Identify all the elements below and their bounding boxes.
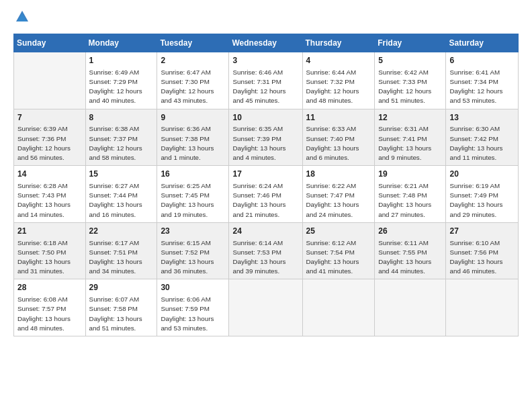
day-number: 8 — [89, 112, 154, 124]
day-info: Sunrise: 6:08 AMSunset: 7:57 PMDaylight:… — [17, 295, 82, 333]
day-info: Sunrise: 6:31 AMSunset: 7:41 PMDaylight:… — [378, 124, 442, 163]
day-info: Sunrise: 6:27 AMSunset: 7:44 PMDaylight:… — [89, 181, 154, 220]
calendar-cell: 13Sunrise: 6:30 AMSunset: 7:42 PMDayligh… — [446, 109, 519, 166]
calendar-cell: 22Sunrise: 6:17 AMSunset: 7:51 PMDayligh… — [85, 222, 157, 279]
calendar-cell: 10Sunrise: 6:35 AMSunset: 7:39 PMDayligh… — [229, 109, 302, 166]
header-day-saturday: Saturday — [446, 34, 519, 52]
calendar-header-row: SundayMondayTuesdayWednesdayThursdayFrid… — [14, 34, 519, 52]
calendar-cell: 26Sunrise: 6:11 AMSunset: 7:55 PMDayligh… — [375, 222, 446, 279]
header-day-thursday: Thursday — [302, 34, 375, 52]
calendar-cell: 28Sunrise: 6:08 AMSunset: 7:57 PMDayligh… — [14, 279, 86, 336]
day-number: 17 — [232, 169, 298, 180]
day-number: 1 — [89, 55, 154, 66]
day-number: 10 — [232, 112, 298, 124]
calendar-week-row: 1Sunrise: 6:49 AMSunset: 7:29 PMDaylight… — [14, 52, 519, 109]
day-info: Sunrise: 6:21 AMSunset: 7:48 PMDaylight:… — [378, 181, 442, 220]
day-number: 14 — [17, 169, 82, 180]
calendar-cell: 29Sunrise: 6:07 AMSunset: 7:58 PMDayligh… — [85, 279, 157, 336]
calendar-cell: 25Sunrise: 6:12 AMSunset: 7:54 PMDayligh… — [302, 222, 375, 279]
calendar-cell — [229, 279, 302, 336]
calendar-cell: 30Sunrise: 6:06 AMSunset: 7:59 PMDayligh… — [157, 279, 229, 336]
day-info: Sunrise: 6:36 AMSunset: 7:38 PMDaylight:… — [161, 124, 225, 163]
calendar-cell: 14Sunrise: 6:28 AMSunset: 7:43 PMDayligh… — [14, 166, 86, 223]
day-number: 25 — [306, 226, 371, 237]
day-number: 20 — [449, 169, 515, 180]
calendar-cell: 27Sunrise: 6:10 AMSunset: 7:56 PMDayligh… — [446, 222, 519, 279]
day-number: 19 — [378, 169, 442, 180]
calendar-cell — [302, 279, 375, 336]
calendar-cell — [446, 279, 519, 336]
day-info: Sunrise: 6:24 AMSunset: 7:46 PMDaylight:… — [232, 181, 298, 220]
day-number: 28 — [17, 282, 82, 293]
day-info: Sunrise: 6:44 AMSunset: 7:32 PMDaylight:… — [306, 68, 371, 106]
day-number: 5 — [378, 55, 442, 66]
day-info: Sunrise: 6:07 AMSunset: 7:58 PMDaylight:… — [89, 295, 154, 333]
day-number: 29 — [89, 282, 154, 293]
day-number: 2 — [161, 55, 225, 66]
calendar-cell: 7Sunrise: 6:39 AMSunset: 7:36 PMDaylight… — [14, 109, 86, 166]
day-number: 26 — [378, 226, 442, 237]
calendar-cell: 2Sunrise: 6:47 AMSunset: 7:30 PMDaylight… — [157, 52, 229, 109]
day-number: 15 — [89, 169, 154, 180]
header-day-tuesday: Tuesday — [157, 34, 229, 52]
day-info: Sunrise: 6:35 AMSunset: 7:39 PMDaylight:… — [232, 124, 298, 163]
calendar-week-row: 21Sunrise: 6:18 AMSunset: 7:50 PMDayligh… — [14, 222, 519, 279]
calendar-cell: 1Sunrise: 6:49 AMSunset: 7:29 PMDaylight… — [85, 52, 157, 109]
calendar-week-row: 7Sunrise: 6:39 AMSunset: 7:36 PMDaylight… — [14, 109, 519, 166]
calendar-cell: 23Sunrise: 6:15 AMSunset: 7:52 PMDayligh… — [157, 222, 229, 279]
day-info: Sunrise: 6:22 AMSunset: 7:47 PMDaylight:… — [306, 181, 371, 220]
day-number: 13 — [449, 112, 515, 124]
calendar-cell: 5Sunrise: 6:42 AMSunset: 7:33 PMDaylight… — [375, 52, 446, 109]
page: SundayMondayTuesdayWednesdayThursdayFrid… — [0, 0, 532, 411]
calendar-cell: 6Sunrise: 6:41 AMSunset: 7:34 PMDaylight… — [446, 52, 519, 109]
calendar-cell: 21Sunrise: 6:18 AMSunset: 7:50 PMDayligh… — [14, 222, 86, 279]
day-info: Sunrise: 6:33 AMSunset: 7:40 PMDaylight:… — [306, 124, 371, 163]
day-info: Sunrise: 6:41 AMSunset: 7:34 PMDaylight:… — [449, 68, 515, 106]
day-number: 11 — [306, 112, 371, 124]
day-info: Sunrise: 6:06 AMSunset: 7:59 PMDaylight:… — [161, 295, 225, 333]
calendar-cell: 24Sunrise: 6:14 AMSunset: 7:53 PMDayligh… — [229, 222, 302, 279]
calendar-table: SundayMondayTuesdayWednesdayThursdayFrid… — [13, 34, 519, 336]
calendar-week-row: 28Sunrise: 6:08 AMSunset: 7:57 PMDayligh… — [14, 279, 519, 336]
day-info: Sunrise: 6:12 AMSunset: 7:54 PMDaylight:… — [306, 238, 371, 277]
day-info: Sunrise: 6:47 AMSunset: 7:30 PMDaylight:… — [161, 68, 225, 106]
day-info: Sunrise: 6:18 AMSunset: 7:50 PMDaylight:… — [17, 238, 82, 277]
header-day-friday: Friday — [375, 34, 446, 52]
day-number: 21 — [17, 226, 82, 237]
header-day-wednesday: Wednesday — [229, 34, 302, 52]
day-info: Sunrise: 6:19 AMSunset: 7:49 PMDaylight:… — [449, 181, 515, 220]
calendar-cell: 8Sunrise: 6:38 AMSunset: 7:37 PMDaylight… — [85, 109, 157, 166]
day-number: 16 — [161, 169, 225, 180]
calendar-cell: 11Sunrise: 6:33 AMSunset: 7:40 PMDayligh… — [302, 109, 375, 166]
day-info: Sunrise: 6:49 AMSunset: 7:29 PMDaylight:… — [89, 68, 154, 106]
day-info: Sunrise: 6:25 AMSunset: 7:45 PMDaylight:… — [161, 181, 225, 220]
calendar-cell: 19Sunrise: 6:21 AMSunset: 7:48 PMDayligh… — [375, 166, 446, 223]
calendar-week-row: 14Sunrise: 6:28 AMSunset: 7:43 PMDayligh… — [14, 166, 519, 223]
calendar-cell — [14, 52, 86, 109]
calendar-cell: 9Sunrise: 6:36 AMSunset: 7:38 PMDaylight… — [157, 109, 229, 166]
header-day-sunday: Sunday — [14, 34, 86, 52]
day-number: 22 — [89, 226, 154, 237]
day-info: Sunrise: 6:15 AMSunset: 7:52 PMDaylight:… — [161, 238, 225, 277]
day-number: 7 — [17, 112, 82, 124]
calendar-cell: 3Sunrise: 6:46 AMSunset: 7:31 PMDaylight… — [229, 52, 302, 109]
day-number: 24 — [232, 226, 298, 237]
day-info: Sunrise: 6:42 AMSunset: 7:33 PMDaylight:… — [378, 68, 442, 106]
header — [13, 11, 519, 27]
header-day-monday: Monday — [85, 34, 157, 52]
calendar-cell — [375, 279, 446, 336]
calendar-cell: 15Sunrise: 6:27 AMSunset: 7:44 PMDayligh… — [85, 166, 157, 223]
day-number: 27 — [449, 226, 515, 237]
day-number: 23 — [161, 226, 225, 237]
day-info: Sunrise: 6:14 AMSunset: 7:53 PMDaylight:… — [232, 238, 298, 277]
logo — [13, 11, 30, 27]
day-number: 30 — [161, 282, 225, 293]
day-info: Sunrise: 6:11 AMSunset: 7:55 PMDaylight:… — [378, 238, 442, 277]
day-info: Sunrise: 6:39 AMSunset: 7:36 PMDaylight:… — [17, 124, 82, 163]
calendar-cell: 4Sunrise: 6:44 AMSunset: 7:32 PMDaylight… — [302, 52, 375, 109]
day-number: 4 — [306, 55, 371, 66]
calendar-cell: 12Sunrise: 6:31 AMSunset: 7:41 PMDayligh… — [375, 109, 446, 166]
day-info: Sunrise: 6:17 AMSunset: 7:51 PMDaylight:… — [89, 238, 154, 277]
day-info: Sunrise: 6:30 AMSunset: 7:42 PMDaylight:… — [449, 124, 515, 163]
calendar-cell: 18Sunrise: 6:22 AMSunset: 7:47 PMDayligh… — [302, 166, 375, 223]
